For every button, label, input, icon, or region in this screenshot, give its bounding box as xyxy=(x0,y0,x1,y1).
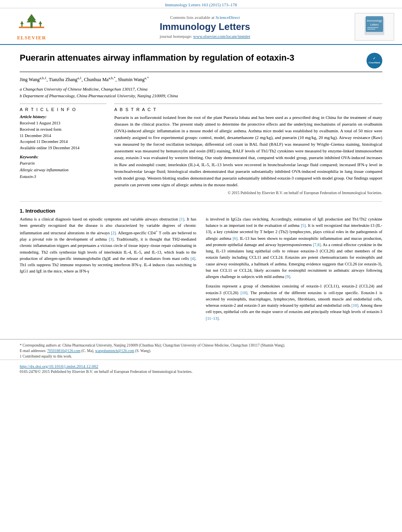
received-date: Received 1 August 2013 xyxy=(20,120,106,126)
journal-main-title: Immunology Letters xyxy=(55,21,355,32)
abstract-text: Puerarin is an isoflavonoid isolated fro… xyxy=(114,114,382,188)
abstract-box: A B S T R A C T Puerarin is an isoflavon… xyxy=(114,104,382,195)
keyword-2: Allergic airway inflammation xyxy=(20,167,106,174)
article-info-abstract: A R T I C L E I N F O Article history: R… xyxy=(20,104,382,195)
affiliation-a: a Changchun University of Chinese Medici… xyxy=(20,86,382,93)
svg-marker-5 xyxy=(20,21,24,24)
article-title-section: Puerarin attenuates airway inflammation … xyxy=(20,53,382,72)
available-date: Available online 19 December 2014 xyxy=(20,145,106,151)
crossmark-badge[interactable]: ✓CrossMark xyxy=(367,53,382,69)
article-info-column: A R T I C L E I N F O Article history: R… xyxy=(20,104,106,195)
ref-7-8[interactable]: [7,8] xyxy=(313,243,321,247)
introduction-section: 1. Introduction Asthma is a clinical dia… xyxy=(20,208,382,322)
svg-text:Letters: Letters xyxy=(370,23,379,26)
svg-rect-4 xyxy=(21,24,22,26)
article-content: Puerarin attenuates airway inflammation … xyxy=(0,45,402,334)
ref-10a[interactable]: [10] xyxy=(240,291,248,295)
intro-text-right-2: Eotaxins represent a group of chemokines… xyxy=(206,283,382,322)
keyword-list: Puerarin Allergic airway inflammation Eo… xyxy=(20,160,106,180)
ref-5[interactable]: [5] xyxy=(301,223,305,228)
homepage-link[interactable]: www.elsevier.com/locate/immlet xyxy=(193,34,250,39)
abstract-column: A B S T R A C T Puerarin is an isoflavon… xyxy=(114,104,382,195)
accepted-date: Accepted 11 December 2014 xyxy=(20,139,106,145)
footnote-email: E-mail addresses: 705018816@126.com (C. … xyxy=(20,348,382,354)
footnote-contributed: 1 Contributed equally to this work. xyxy=(20,354,382,359)
journal-header: ELSEVIER Contents lists available at Sci… xyxy=(0,8,402,45)
intro-text-left: Asthma is a clinical diagnosis based on … xyxy=(20,216,196,275)
svg-text:Immunology: Immunology xyxy=(367,19,382,22)
journal-logo-icon: Immunology Letters xyxy=(363,15,386,37)
ref-4[interactable]: [4] xyxy=(190,256,195,261)
ref-10b[interactable]: [10] xyxy=(352,303,359,308)
ref-6[interactable]: [6] xyxy=(233,236,237,241)
article-info-box: A R T I C L E I N F O Article history: R… xyxy=(20,104,106,180)
abstract-label: A B S T R A C T xyxy=(114,107,382,112)
article-title: Puerarin attenuates airway inflammation … xyxy=(20,53,367,63)
revised-label: Received in revised form xyxy=(20,126,106,133)
keyword-3: Eotaxin-3 xyxy=(20,174,106,180)
email-link-1[interactable]: 705018816@126.com xyxy=(47,349,80,353)
ref-11-13[interactable]: [11–13] xyxy=(206,316,219,321)
author-shumin: Shumin Wang xyxy=(118,77,145,82)
article-history: Article history: Received 1 August 2013 … xyxy=(20,114,106,151)
ref-1[interactable]: [1] xyxy=(179,217,184,221)
article-info-label: A R T I C L E I N F O xyxy=(20,107,106,112)
footnotes-section: * Corresponding authors at: China Pharma… xyxy=(0,339,402,360)
issn-line: 0165-2478/© 2015 Published by Elsevier B… xyxy=(20,369,382,374)
svg-rect-13 xyxy=(367,29,375,30)
svg-rect-1 xyxy=(30,22,33,28)
journal-top-bar: Immunology Letters 163 (2015) 173–178 xyxy=(0,0,402,8)
author-tianzhu: Tianzhu Zhang xyxy=(49,77,78,82)
keywords-title: Keywords: xyxy=(20,154,106,159)
elsevier-text: ELSEVIER xyxy=(17,35,46,41)
section-divider xyxy=(20,201,382,202)
keyword-1: Puerarin xyxy=(20,160,106,167)
author-chunhua: Chunhua Ma xyxy=(84,77,108,82)
journal-issue-text: Immunology Letters 163 (2015) 173–178 xyxy=(165,2,237,7)
introduction-heading: 1. Introduction xyxy=(20,208,382,214)
page: Immunology Letters 163 (2015) 173–178 EL… xyxy=(0,0,402,532)
ref-2[interactable]: [2] xyxy=(111,231,116,235)
svg-rect-6 xyxy=(40,24,41,26)
introduction-columns: Asthma is a clinical diagnosis based on … xyxy=(20,216,382,322)
ref-3[interactable]: [3] xyxy=(109,237,114,241)
intro-col-right: is involved in IgG2a class switching. Ac… xyxy=(206,216,382,322)
authors-line: Jing Wanga,b,1, Tianzhu Zhanga,1, Chunhu… xyxy=(20,75,382,83)
journal-homepage: journal homepage: www.elsevier.com/locat… xyxy=(55,34,355,39)
doi-link[interactable]: http://dx.doi.org/10.1016/j.imlet.2014.1… xyxy=(20,364,98,369)
svg-marker-7 xyxy=(39,21,42,24)
intro-col-left: Asthma is a clinical diagnosis based on … xyxy=(20,216,196,322)
history-title: Article history: xyxy=(20,114,106,119)
svg-rect-12 xyxy=(367,27,378,28)
journal-logo-right: Immunology Letters xyxy=(355,13,394,41)
contents-available: Contents lists available at ScienceDirec… xyxy=(55,15,355,20)
doi-bar: http://dx.doi.org/10.1016/j.imlet.2014.1… xyxy=(0,360,402,374)
elsevier-tree-icon xyxy=(16,12,47,34)
keywords-section: Keywords: Puerarin Allergic airway infla… xyxy=(20,154,106,180)
elsevier-logo: ELSEVIER xyxy=(8,12,55,41)
affiliation-b: b Department of Pharmacology, China Phar… xyxy=(20,93,382,99)
journal-title-center: Contents lists available at ScienceDirec… xyxy=(55,15,355,39)
author-jing: Jing Wang xyxy=(20,77,39,82)
revised-date: 11 December 2014 xyxy=(20,133,106,139)
intro-text-right-1: is involved in IgG2a class switching. Ac… xyxy=(206,216,382,280)
footnote-corresponding: * Corresponding authors at: China Pharma… xyxy=(20,343,382,348)
email-link-2[interactable]: wangshuminch@126.com xyxy=(95,349,134,353)
sciencedirect-link[interactable]: ScienceDirect xyxy=(216,15,240,20)
ref-9[interactable]: [9] xyxy=(285,274,290,279)
abstract-copyright: © 2015 Published by Elsevier B.V. on beh… xyxy=(114,191,382,195)
affiliations: a Changchun University of Chinese Medici… xyxy=(20,86,382,99)
